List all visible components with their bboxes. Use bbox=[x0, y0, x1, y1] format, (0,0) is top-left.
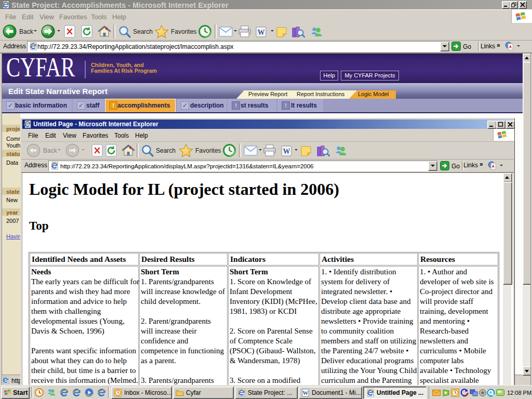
svg-text:W: W bbox=[303, 390, 309, 396]
svg-text:W: W bbox=[283, 148, 290, 155]
svg-text:W: W bbox=[258, 29, 265, 36]
